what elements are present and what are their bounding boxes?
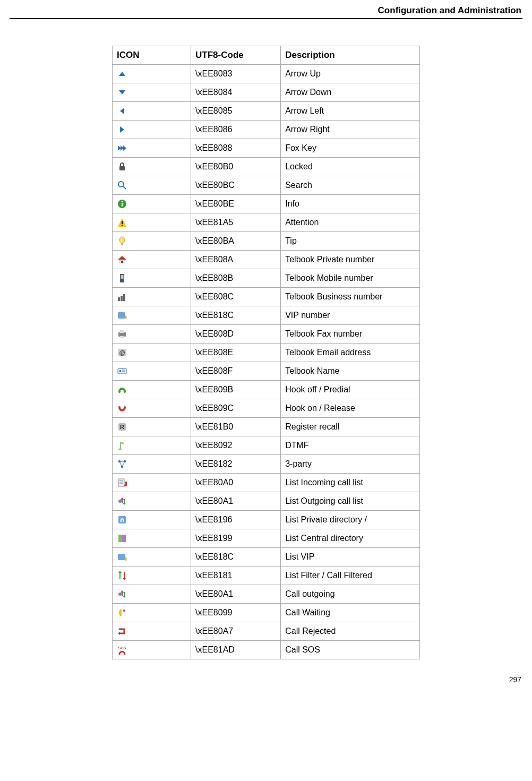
utf8-code-cell: \xEE80A1 (191, 585, 281, 604)
table-row: \xEE8083Arrow Up (113, 65, 420, 83)
list-central-icon (117, 533, 127, 542)
description-cell: Call outgoing (281, 585, 420, 604)
icon-cell (113, 511, 191, 529)
utf8-code-cell: \xEE809C (191, 399, 281, 418)
icon-cell (113, 121, 191, 139)
table-row: \xEE808DTelbook Fax number (113, 325, 420, 344)
description-cell: List Central directory (281, 529, 420, 548)
page-header-title: Configuration and Administration (10, 5, 522, 16)
utf8-code-cell: \xEE818C (191, 306, 281, 325)
icon-reference-table: ICON UTF8-Code Description \xEE8083Arrow… (112, 46, 420, 659)
list-private-icon (117, 514, 127, 523)
icon-cell (113, 251, 191, 269)
utf8-code-cell: \xEE8088 (191, 139, 281, 158)
icon-cell (113, 567, 191, 585)
description-cell: Locked (281, 158, 420, 176)
utf8-code-cell: \xEE80B0 (191, 158, 281, 176)
arrow-right-icon (117, 124, 127, 133)
utf8-code-cell: \xEE80BE (191, 195, 281, 213)
icon-cell (113, 83, 191, 102)
header-rule (10, 18, 522, 19)
icon-cell (113, 585, 191, 604)
icon-cell (113, 65, 191, 83)
icon-cell (113, 529, 191, 548)
icon-cell (113, 195, 191, 213)
table-row: \xEE8199List Central directory (113, 529, 420, 548)
utf8-code-cell: \xEE80BA (191, 232, 281, 251)
call-waiting-icon (117, 607, 127, 616)
icon-cell (113, 474, 191, 492)
list-incoming-icon (117, 477, 127, 486)
table-row: \xEE8084Arrow Down (113, 83, 420, 102)
utf8-code-cell: \xEE81AD (191, 641, 281, 659)
icon-cell (113, 232, 191, 251)
tip-icon (117, 236, 127, 245)
description-cell: List VIP (281, 548, 420, 567)
description-cell: Tip (281, 232, 420, 251)
description-cell: Register recall (281, 418, 420, 436)
icon-cell (113, 492, 191, 511)
table-row: \xEE80A7Call Rejected (113, 622, 420, 641)
table-row: \xEE81823-party (113, 455, 420, 474)
info-icon (117, 199, 127, 208)
description-cell: List Private directory / (281, 511, 420, 529)
description-cell: Fox Key (281, 139, 420, 158)
description-cell: Call SOS (281, 641, 420, 659)
table-row: \xEE808BTelbook Mobile number (113, 269, 420, 288)
icon-cell (113, 455, 191, 474)
column-header-desc: Description (281, 46, 420, 65)
call-rejected-icon (117, 626, 127, 635)
utf8-code-cell: \xEE808E (191, 344, 281, 362)
utf8-code-cell: \xEE8085 (191, 102, 281, 121)
description-cell: Search (281, 176, 420, 195)
description-cell: VIP number (281, 306, 420, 325)
table-row: \xEE8086Arrow Right (113, 121, 420, 139)
table-row: \xEE809CHook on / Release (113, 399, 420, 418)
description-cell: Info (281, 195, 420, 213)
table-row: \xEE808FTelbook Name (113, 362, 420, 381)
table-row: \xEE809BHook off / Predial (113, 381, 420, 399)
table-row: \xEE808ETelbook Email address (113, 344, 420, 362)
table-row: \xEE81B0Register recall (113, 418, 420, 436)
list-vip-icon (117, 552, 127, 561)
icon-cell (113, 306, 191, 325)
icon-cell (113, 139, 191, 158)
table-row: \xEE80A0List Incoming call list (113, 474, 420, 492)
utf8-code-cell: \xEE808A (191, 251, 281, 269)
description-cell: Telbook Name (281, 362, 420, 381)
fax-icon (117, 329, 127, 338)
table-row: \xEE818CList VIP (113, 548, 420, 567)
table-row: \xEE8085Arrow Left (113, 102, 420, 121)
icon-cell (113, 325, 191, 344)
home-icon (117, 254, 127, 263)
utf8-code-cell: \xEE808F (191, 362, 281, 381)
utf8-code-cell: \xEE80BC (191, 176, 281, 195)
description-cell: Call Waiting (281, 604, 420, 622)
table-row: \xEE8181List Filter / Call Filtered (113, 567, 420, 585)
icon-cell (113, 213, 191, 232)
table-row: \xEE8092DTMF (113, 436, 420, 455)
utf8-code-cell: \xEE80A7 (191, 622, 281, 641)
utf8-code-cell: \xEE809B (191, 381, 281, 399)
icon-cell (113, 381, 191, 399)
table-row: \xEE818CVIP number (113, 306, 420, 325)
description-cell: Telbook Mobile number (281, 269, 420, 288)
utf8-code-cell: \xEE8099 (191, 604, 281, 622)
icon-cell (113, 102, 191, 121)
icon-cell (113, 548, 191, 567)
fox-key-icon (117, 143, 127, 152)
utf8-code-cell: \xEE80A0 (191, 474, 281, 492)
mobile-icon (117, 273, 127, 282)
description-cell: Call Rejected (281, 622, 420, 641)
search-icon (117, 180, 127, 189)
utf8-code-cell: \xEE81A5 (191, 213, 281, 232)
hook-off-icon (117, 384, 127, 393)
description-cell: Hook on / Release (281, 399, 420, 418)
table-row: \xEE81ADCall SOS (113, 641, 420, 659)
table-row: \xEE80BATip (113, 232, 420, 251)
table-row: \xEE80BEInfo (113, 195, 420, 213)
call-sos-icon (117, 645, 127, 654)
description-cell: Arrow Up (281, 65, 420, 83)
table-row: \xEE80A1Call outgoing (113, 585, 420, 604)
icon-cell (113, 418, 191, 436)
